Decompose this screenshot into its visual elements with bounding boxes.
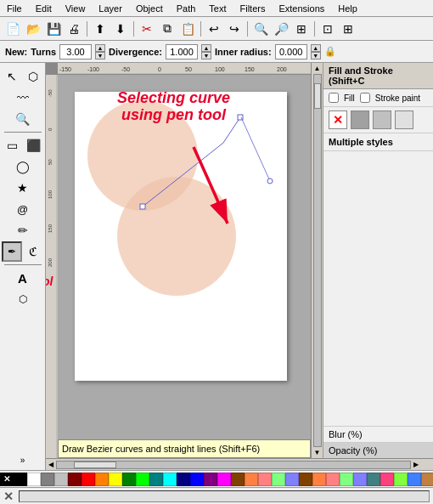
cut-button[interactable]: ✂: [138, 20, 156, 38]
palette-color-swatch[interactable]: [122, 473, 136, 486]
text-tool-btn[interactable]: A: [13, 268, 33, 288]
canvas[interactable]: -150 -100 -50 0 50 100 150 200: [46, 63, 311, 458]
canvas-background[interactable]: Selecting curveusing pen tool pen tool: [58, 75, 311, 458]
palette-color-swatch[interactable]: [394, 473, 408, 486]
palette-color-swatch[interactable]: [380, 473, 394, 486]
pencil-tool-btn[interactable]: ✏: [13, 220, 33, 241]
node-tool-btn[interactable]: ⬡: [23, 66, 43, 87]
menu-edit[interactable]: Edit: [32, 3, 55, 14]
rect-tool-btn[interactable]: ▭: [2, 135, 22, 156]
box3d-tool-btn[interactable]: ⬛: [23, 135, 43, 156]
palette-color-swatch[interactable]: [245, 473, 258, 486]
scroll-up-btn[interactable]: ▲: [312, 63, 323, 74]
copy-button[interactable]: ⧉: [158, 20, 177, 38]
new-button[interactable]: 📄: [3, 20, 22, 38]
ellipse-tool-btn[interactable]: ◯: [13, 156, 33, 177]
stroke-paint-checkbox[interactable]: [360, 93, 370, 103]
menu-file[interactable]: File: [3, 3, 25, 14]
palette-color-swatch[interactable]: [54, 473, 68, 486]
menu-extensions[interactable]: Extensions: [275, 3, 328, 14]
zoom-in-button[interactable]: 🔍: [251, 20, 270, 38]
no-paint-swatch[interactable]: ✕: [329, 110, 347, 129]
scrollbar-horizontal[interactable]: ◀ ▶: [46, 458, 433, 470]
inner-radius-down[interactable]: ▼: [311, 52, 321, 59]
select-tool-btn[interactable]: ↖: [2, 66, 22, 87]
tweak-tool-btn[interactable]: 〰: [13, 88, 33, 108]
palette-x[interactable]: ✕: [0, 473, 14, 486]
palette-color-swatch[interactable]: [312, 473, 326, 486]
palette-color-swatch[interactable]: [231, 473, 245, 486]
scroll-h-track[interactable]: [56, 461, 411, 469]
scrollbar-vertical[interactable]: ▲ ▼: [311, 63, 323, 458]
open-button[interactable]: 📂: [24, 20, 42, 38]
star-tool-btn[interactable]: ★: [13, 178, 33, 198]
palette-color-swatch[interactable]: [68, 473, 82, 486]
palette-color-swatch[interactable]: [82, 473, 95, 486]
scroll-v-track[interactable]: [313, 74, 322, 447]
scroll-v-thumb[interactable]: [314, 83, 321, 109]
palette-color-swatch[interactable]: [285, 473, 299, 486]
export-button[interactable]: ⬇: [111, 20, 130, 38]
color-swatch-3[interactable]: [395, 110, 413, 129]
turns-spinner[interactable]: ▲ ▼: [95, 44, 105, 59]
redo-button[interactable]: ↪: [225, 20, 244, 38]
scroll-down-btn[interactable]: ▼: [312, 447, 323, 458]
group-button[interactable]: ⊡: [318, 20, 337, 38]
menu-layer[interactable]: Layer: [95, 3, 126, 14]
menu-filters[interactable]: Filters: [237, 3, 269, 14]
turns-up[interactable]: ▲: [95, 44, 105, 52]
menu-text[interactable]: Text: [205, 3, 229, 14]
palette-color-swatch[interactable]: [340, 473, 353, 486]
palette-color-swatch[interactable]: [353, 473, 367, 486]
palette-color-swatch[interactable]: [367, 473, 380, 486]
lock-icon[interactable]: 🔒: [324, 46, 336, 57]
scroll-left-btn[interactable]: ◀: [46, 461, 56, 468]
inner-radius-input[interactable]: [275, 44, 307, 59]
canvas-paper[interactable]: [75, 92, 287, 381]
calligraphy-tool-btn[interactable]: ℭ: [23, 241, 43, 262]
menu-help[interactable]: Help: [335, 3, 361, 14]
zoom-fit-button[interactable]: ⊞: [292, 20, 311, 38]
palette-color-swatch[interactable]: [163, 473, 177, 486]
spiral-tool-btn[interactable]: @: [13, 199, 33, 219]
palette-color-swatch[interactable]: [204, 473, 217, 486]
expand-btn[interactable]: »: [4, 453, 42, 467]
palette-color-swatch[interactable]: [190, 473, 204, 486]
divergence-spinner[interactable]: ▲ ▼: [201, 44, 211, 59]
color-swatch-2[interactable]: [373, 110, 391, 129]
palette-color-swatch[interactable]: [14, 473, 27, 486]
turns-down[interactable]: ▼: [95, 52, 105, 59]
palette-color-swatch[interactable]: [299, 473, 312, 486]
color-swatch-1[interactable]: [351, 110, 369, 129]
palette-color-swatch[interactable]: [41, 473, 54, 486]
paste-button[interactable]: 📋: [178, 20, 197, 38]
inner-radius-up[interactable]: ▲: [311, 44, 321, 52]
inner-radius-spinner[interactable]: ▲ ▼: [311, 44, 321, 59]
palette-color-swatch[interactable]: [421, 473, 433, 486]
undo-button[interactable]: ↩: [205, 20, 223, 38]
menu-object[interactable]: Object: [132, 3, 166, 14]
turns-input[interactable]: [59, 44, 92, 59]
ungroup-button[interactable]: ⊞: [339, 20, 357, 38]
palette-color-swatch[interactable]: [27, 473, 41, 486]
gradient-tool-btn[interactable]: ⬡: [13, 289, 33, 309]
menu-view[interactable]: View: [62, 3, 89, 14]
print-button[interactable]: 🖨: [65, 20, 83, 38]
divergence-up[interactable]: ▲: [201, 44, 211, 52]
zoom-tool-btn[interactable]: 🔍: [13, 109, 33, 129]
palette-color-swatch[interactable]: [217, 473, 231, 486]
palette-color-swatch[interactable]: [258, 473, 272, 486]
palette-color-swatch[interactable]: [326, 473, 340, 486]
palette-color-swatch[interactable]: [95, 473, 109, 486]
fill-checkbox[interactable]: [329, 93, 339, 103]
palette-color-swatch[interactable]: [109, 473, 122, 486]
pen-tool-btn[interactable]: ✒: [2, 241, 22, 262]
palette-color-swatch[interactable]: [149, 473, 163, 486]
save-button[interactable]: 💾: [44, 20, 63, 38]
scroll-right-btn[interactable]: ▶: [411, 461, 421, 468]
palette-color-swatch[interactable]: [136, 473, 149, 486]
palette-color-swatch[interactable]: [177, 473, 190, 486]
palette-color-swatch[interactable]: [272, 473, 285, 486]
import-button[interactable]: ⬆: [91, 20, 110, 38]
zoom-out-button[interactable]: 🔎: [272, 20, 290, 38]
